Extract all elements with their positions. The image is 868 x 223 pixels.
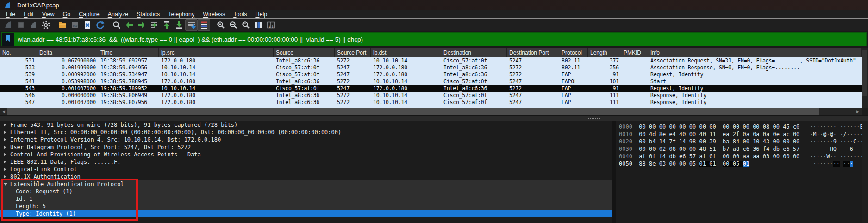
hex-byte[interactable]: 4d (649, 131, 656, 137)
hex-ascii-char[interactable]: Q (833, 146, 837, 152)
layout-columns-icon[interactable]: 13 (264, 19, 277, 31)
auto-scroll-icon[interactable] (185, 19, 198, 31)
tree-row[interactable]: User Datagram Protocol, Src Port: 5247, … (0, 143, 612, 151)
hex-byte[interactable]: db (773, 146, 780, 152)
hex-byte[interactable]: 00 (699, 124, 706, 130)
zoom-out-icon[interactable] (227, 19, 239, 31)
reload-file-icon[interactable] (94, 19, 106, 31)
hex-byte[interactable]: 00 (793, 138, 799, 145)
column-header-ip-dst[interactable]: ip.dst (371, 48, 441, 57)
hex-byte[interactable]: 98 (689, 138, 696, 145)
hex-byte[interactable]: 00 (659, 124, 666, 130)
start-capture-icon[interactable] (2, 19, 14, 31)
hscrollbar-thumb[interactable] (7, 108, 819, 115)
hex-byte[interactable]: 40 (679, 131, 686, 137)
hex-ascii-char[interactable]: · (843, 161, 846, 167)
tree-row[interactable]: Logical-Link Control (0, 166, 612, 173)
hex-byte[interactable]: 00 (689, 124, 696, 130)
column-header-time[interactable]: Time (98, 48, 159, 57)
hex-byte[interactable]: b7 (723, 146, 729, 152)
menu-file[interactable]: File (2, 10, 19, 19)
hex-ascii-char[interactable]: · (847, 124, 850, 130)
scroll-left-arrow-icon[interactable]: ◀ (0, 108, 7, 115)
column-header-destination[interactable]: Destination (441, 48, 507, 57)
collapsed-arrow-icon[interactable] (4, 175, 10, 179)
hex-byte[interactable]: 57 (689, 153, 696, 160)
hex-row-0000[interactable]: 0000 00 00 00 00 00 00 00 00 00 00 00 00… (619, 123, 862, 130)
hex-ascii-char[interactable]: · (850, 138, 853, 145)
collapsed-arrow-icon[interactable] (4, 138, 10, 142)
hex-byte[interactable]: 00 (773, 138, 780, 145)
hex-byte[interactable]: 00 (783, 153, 789, 160)
hex-ascii-char[interactable]: · (813, 153, 816, 160)
column-header-pmkid[interactable]: PMKID (621, 48, 648, 57)
hex-byte[interactable]: 00 (743, 138, 749, 145)
hex-ascii-char[interactable]: · (856, 131, 860, 137)
hex-ascii-char[interactable]: 6 (850, 146, 853, 152)
hex-byte[interactable]: 00 (793, 131, 799, 137)
hex-ascii-char[interactable]: · (843, 124, 846, 130)
hex-ascii-char[interactable]: · (820, 146, 823, 152)
resize-columns-icon[interactable] (252, 19, 264, 31)
hex-ascii-char[interactable]: · (820, 131, 823, 137)
hex-ascii-char[interactable]: · (843, 146, 846, 152)
hex-byte[interactable]: 00 (669, 161, 675, 167)
hex-ascii-char[interactable]: · (820, 124, 823, 130)
hex-ascii-char[interactable]: · (830, 138, 833, 145)
go-to-packet-icon[interactable] (148, 19, 160, 31)
hex-byte[interactable]: 00 (689, 131, 696, 137)
hex-row-0040[interactable]: 0040 af 0f f4 db e6 57 af 0f 00 00 aa aa… (619, 153, 862, 160)
hex-byte[interactable]: ac (783, 131, 789, 137)
hex-byte[interactable]: 0f (709, 153, 716, 160)
hex-byte[interactable]: 00 (773, 124, 780, 130)
hex-ascii-char[interactable]: · (830, 124, 833, 130)
hex-ascii-char[interactable]: · (850, 153, 853, 160)
hex-byte[interactable]: 08 (669, 146, 675, 152)
hex-ascii-char[interactable]: · (817, 131, 820, 137)
hex-byte[interactable]: 00 (733, 153, 739, 160)
menu-tools[interactable]: Tools (229, 10, 251, 19)
hex-byte[interactable]: af (699, 153, 706, 160)
column-header-info[interactable]: Info (648, 48, 862, 57)
hex-ascii-char[interactable]: · (820, 153, 823, 160)
close-file-icon[interactable] (81, 19, 94, 31)
column-header-length[interactable]: Length (588, 48, 621, 57)
menu-go[interactable]: Go (59, 10, 75, 19)
tree-row[interactable]: Frame 543: 91 bytes on wire (728 bits), … (0, 121, 612, 129)
packet-row-541[interactable]: 5410.05399800019:38:59.788945172.0.0.180… (0, 78, 862, 85)
colorize-icon[interactable] (198, 19, 210, 31)
tree-row[interactable]: Ethernet II, Src: 00:00:00_00:00:00 (00:… (0, 129, 612, 136)
hex-byte[interactable]: 00 (753, 124, 759, 130)
hex-byte[interactable]: 01 (699, 161, 709, 167)
packet-list-hscrollbar[interactable]: ◀ ▶ (0, 108, 862, 115)
collapsed-arrow-icon[interactable] (4, 160, 10, 164)
hex-byte[interactable]: 00 (733, 124, 739, 130)
go-forward-icon[interactable] (135, 19, 148, 31)
hex-ascii-char[interactable]: / (843, 131, 846, 137)
stop-capture-icon[interactable] (14, 19, 27, 31)
hex-byte[interactable]: 8e (649, 161, 656, 167)
hex-ascii-char[interactable]: · (856, 153, 860, 160)
hex-byte[interactable]: 00 (649, 146, 656, 152)
hex-byte[interactable]: 40 (699, 131, 706, 137)
hex-ascii-char[interactable]: · (816, 161, 819, 167)
tree-row[interactable]: 802.1X Authentication (0, 173, 612, 180)
menu-edit[interactable]: Edit (19, 10, 38, 19)
pane-splitter[interactable] (0, 115, 868, 121)
hex-byte[interactable]: 0a (763, 131, 769, 137)
hex-byte[interactable]: 39 (709, 138, 716, 145)
hex-ascii-char[interactable]: · (820, 138, 823, 145)
packet-row-533[interactable]: 5330.00199900019:38:59.69495610.10.10.14… (0, 64, 862, 71)
hex-byte[interactable]: 00 (709, 124, 716, 130)
hex-ascii-char[interactable]: · (856, 138, 860, 145)
packet-row-531[interactable]: 5310.06799000019:38:59.692957172.0.0.180… (0, 57, 862, 64)
hex-byte[interactable]: 48 (699, 146, 706, 152)
hex-ascii-char[interactable]: · (856, 124, 860, 130)
hex-byte[interactable]: 00 (793, 153, 799, 160)
hex-byte[interactable]: 84 (733, 138, 739, 145)
hex-byte[interactable]: 03 (763, 153, 769, 160)
hex-byte[interactable]: 14 (679, 138, 686, 145)
hex-row-0030[interactable]: 0030 00 00 02 08 00 00 48 51 b7 a8 c6 36… (619, 145, 862, 153)
hex-ascii-char[interactable]: · (830, 153, 833, 160)
hex-byte[interactable]: ea (723, 131, 729, 137)
